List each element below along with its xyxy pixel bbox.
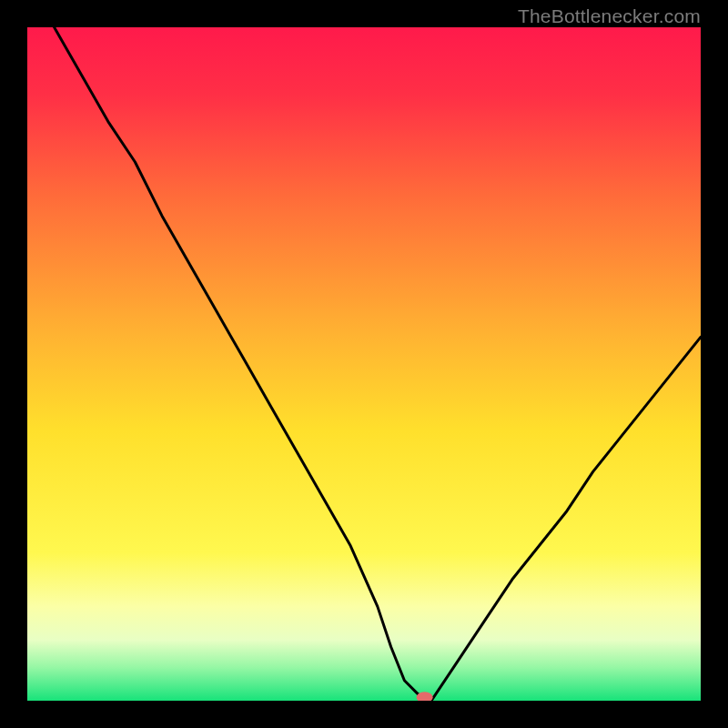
watermark-text: TheBottlenecker.com bbox=[518, 5, 701, 27]
chart-frame: TheBottlenecker.com bbox=[0, 0, 728, 728]
gradient-background bbox=[27, 27, 701, 701]
bottleneck-chart bbox=[27, 27, 701, 701]
plot-area bbox=[27, 27, 701, 701]
